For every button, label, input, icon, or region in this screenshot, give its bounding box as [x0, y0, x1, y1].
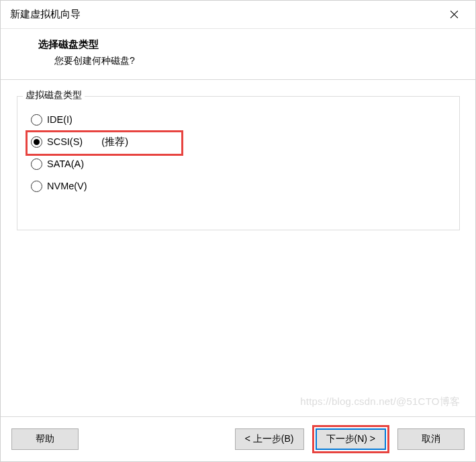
radio-label: SATA(A) [47, 159, 84, 169]
next-button[interactable]: 下一步(N) > [316, 428, 387, 450]
page-title: 选择磁盘类型 [38, 38, 462, 51]
wizard-header: 选择磁盘类型 您要创建何种磁盘? [1, 29, 475, 80]
radio-ide[interactable]: IDE(I) [30, 109, 447, 131]
page-subtitle: 您要创建何种磁盘? [38, 55, 462, 67]
wizard-content: 虚拟磁盘类型 IDE(I) SCSI(S) (推荐) SATA(A) NVMe [1, 80, 475, 416]
radio-sata[interactable]: SATA(A) [30, 153, 447, 175]
radio-icon [31, 114, 42, 126]
titlebar: 新建虚拟机向导 [1, 1, 475, 29]
annotation-highlight-next: 下一步(N) > [312, 425, 390, 453]
close-button[interactable] [440, 5, 467, 25]
disk-type-fieldset: 虚拟磁盘类型 IDE(I) SCSI(S) (推荐) SATA(A) NVMe [17, 96, 460, 230]
wizard-dialog: 新建虚拟机向导 选择磁盘类型 您要创建何种磁盘? 虚拟磁盘类型 IDE(I) S… [0, 0, 476, 462]
cancel-button[interactable]: 取消 [397, 428, 465, 450]
window-title: 新建虚拟机向导 [10, 8, 81, 21]
radio-nvme[interactable]: NVMe(V) [30, 175, 447, 197]
radio-label: NVMe(V) [47, 181, 87, 191]
radio-label: IDE(I) [47, 115, 73, 125]
wizard-footer: 帮助 < 上一步(B) 下一步(N) > 取消 [1, 416, 475, 461]
close-icon [450, 10, 459, 19]
radio-icon [31, 181, 42, 192]
radio-icon [31, 158, 42, 170]
annotation-highlight-scsi [26, 130, 183, 156]
back-button[interactable]: < 上一步(B) [235, 428, 304, 450]
fieldset-legend: 虚拟磁盘类型 [23, 89, 85, 101]
help-button[interactable]: 帮助 [11, 428, 79, 450]
